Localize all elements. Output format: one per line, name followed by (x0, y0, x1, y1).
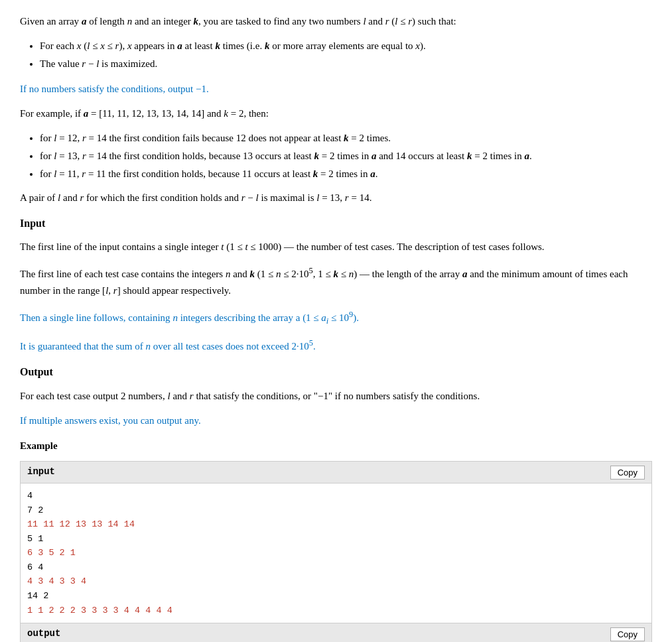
output-heading: Output (20, 363, 652, 381)
output-label: output (27, 626, 60, 642)
input-p4-section: It is guaranteed that the sum of n over … (20, 336, 652, 355)
example-bullet-1: for l = 12, r = 14 the first condition f… (40, 129, 652, 147)
output-p2-section: If multiple answers exist, you can outpu… (20, 413, 652, 430)
input-p3: Then a single line follows, containing n… (20, 308, 652, 328)
example-heading: Example (20, 438, 652, 455)
input-p2-section: The first line of each test case contain… (20, 264, 652, 300)
input-line-1: 4 (27, 489, 645, 503)
input-code-body: 4 7 2 11 11 12 13 13 14 14 5 1 6 3 5 2 1… (21, 483, 651, 623)
output-section: Output For each test case output 2 numbe… (20, 363, 652, 405)
input-p4: It is guaranteed that the sum of n over … (20, 336, 652, 355)
input-line-3: 11 11 12 13 13 14 14 (27, 517, 645, 532)
condition-1: For each x (l ≤ x ≤ r), x appears in a a… (40, 37, 652, 55)
example-bullets-list: for l = 12, r = 14 the first condition f… (40, 129, 652, 183)
input-section: Input The first line of the input contai… (20, 214, 652, 256)
conditions-list: For each x (l ≤ x ≤ r), x appears in a a… (40, 37, 652, 73)
output-p1: For each test case output 2 numbers, l a… (20, 388, 652, 405)
pair-conclusion: A pair of l and r for which the first co… (20, 190, 652, 207)
example-intro-section: For example, if a = [11, 11, 12, 13, 13,… (20, 105, 652, 206)
example-section: Example input Copy 4 7 2 11 11 12 13 13 … (20, 438, 652, 642)
problem-container: Given an array a of length n and an inte… (20, 13, 652, 642)
input-line-5: 6 3 5 2 1 (27, 546, 645, 560)
example-bullet-3: for l = 11, r = 11 the first condition h… (40, 165, 652, 183)
input-p2: The first line of each test case contain… (20, 264, 652, 300)
output-copy-button[interactable]: Copy (610, 627, 645, 641)
input-line-9: 1 1 2 2 2 3 3 3 3 4 4 4 4 4 (27, 604, 645, 618)
output-code-header: output Copy (21, 623, 651, 642)
input-line-6: 6 4 (27, 560, 645, 575)
input-copy-button[interactable]: Copy (610, 466, 645, 480)
output-code-block: output Copy 13 14 1 3 -1 1 4 (20, 623, 652, 642)
example-intro-text: For example, if a = [11, 11, 12, 13, 13,… (20, 105, 652, 123)
no-satisfy-text: If no numbers satisfy the conditions, ou… (20, 81, 652, 98)
input-p3-section: Then a single line follows, containing n… (20, 308, 652, 328)
input-line-4: 5 1 (27, 532, 645, 546)
intro-text: Given an array a of length n and an inte… (20, 13, 652, 31)
output-p2: If multiple answers exist, you can outpu… (20, 413, 652, 430)
intro-section: Given an array a of length n and an inte… (20, 13, 652, 73)
input-line-2: 7 2 (27, 503, 645, 518)
input-line-8: 14 2 (27, 589, 645, 604)
input-heading: Input (20, 214, 652, 232)
example-bullet-2: for l = 13, r = 14 the first condition h… (40, 147, 652, 165)
input-p1: The first line of the input contains a s… (20, 239, 652, 256)
no-satisfy-section: If no numbers satisfy the conditions, ou… (20, 81, 652, 98)
input-code-block: input Copy 4 7 2 11 11 12 13 13 14 14 5 … (20, 461, 652, 623)
condition-2: The value r − l is maximized. (40, 55, 652, 73)
input-code-header: input Copy (21, 462, 651, 483)
input-label: input (27, 464, 55, 480)
input-line-7: 4 3 4 3 3 4 (27, 574, 645, 589)
